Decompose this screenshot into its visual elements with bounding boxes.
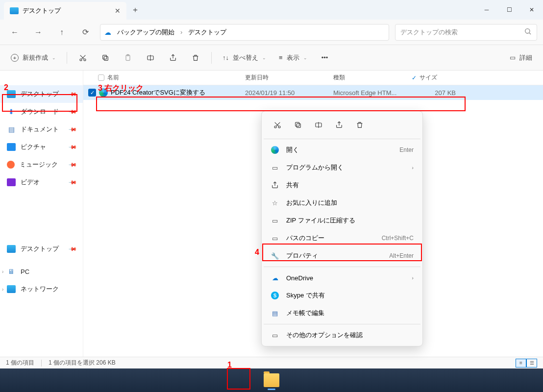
pin-icon[interactable]: 📌 (68, 244, 77, 253)
sidebar-item-documents[interactable]: ▤ ドキュメント 📌 (0, 121, 83, 138)
chevron-right-icon[interactable]: › (2, 287, 3, 292)
pin-icon[interactable]: 📌 (68, 89, 77, 98)
ctx-open[interactable]: 開く Enter (264, 141, 420, 159)
view-switcher: ≡ ☰ (516, 359, 537, 368)
list-icon: ≡ (279, 54, 283, 61)
ctx-share[interactable]: 共有 (264, 176, 420, 194)
ctx-rename-button[interactable] (309, 116, 328, 134)
pin-icon[interactable]: 📌 (68, 142, 77, 151)
maximize-button[interactable]: ☐ (498, 0, 520, 20)
explorer-taskbar-button[interactable] (264, 373, 279, 387)
breadcrumb[interactable]: ☁ バックアップの開始 › デスクトップ (100, 24, 389, 41)
document-icon: ▤ (7, 125, 16, 133)
sidebar-item-pictures[interactable]: ピクチャ 📌 (0, 138, 83, 156)
zip-icon: ▭ (271, 217, 279, 224)
checkbox-checked-icon[interactable]: ✓ (88, 89, 96, 97)
new-button[interactable]: + 新規作成 ⌄ (6, 49, 61, 67)
ctx-open-with[interactable]: ▭ プログラムから開く › (264, 159, 420, 176)
back-button[interactable]: ← (6, 24, 24, 41)
separator (67, 52, 67, 64)
pin-icon[interactable]: 📌 (68, 160, 77, 169)
sidebar-item-network[interactable]: › ネットワーク (0, 280, 83, 298)
breadcrumb-backup[interactable]: バックアップの開始 (117, 28, 174, 37)
separator (211, 52, 212, 64)
details-view-button[interactable]: ☰ (526, 359, 537, 368)
ctx-copy-button[interactable] (288, 116, 308, 134)
rename-button[interactable] (141, 49, 160, 67)
up-button[interactable]: ↑ (53, 24, 71, 41)
close-button[interactable]: ✕ (520, 0, 543, 20)
navbar: ← → ↑ ⟳ ☁ バックアップの開始 › デスクトップ デスクトップの検索 (0, 20, 543, 45)
forward-button[interactable]: → (29, 24, 47, 41)
sidebar-item-pc[interactable]: › 🖥 PC (0, 263, 83, 280)
pin-icon[interactable]: 📌 (68, 107, 77, 116)
ctx-delete-button[interactable] (350, 116, 370, 134)
column-date[interactable]: 更新日時 (245, 74, 333, 82)
view-button[interactable]: ≡ 表示 ⌄ (274, 49, 312, 67)
sidebar-item-music[interactable]: ミュージック 📌 (0, 156, 83, 173)
search-input[interactable]: デスクトップの検索 (395, 24, 537, 41)
sidebar-item-downloads[interactable]: ⬇ ダウンロード 📌 (0, 103, 83, 121)
edge-icon (99, 88, 108, 97)
context-menu: 開く Enter ▭ プログラムから開く › 共有 ☆ お気に入りに追加 ▭ Z… (261, 111, 423, 346)
share-icon (271, 181, 279, 189)
desktop-icon (7, 90, 16, 98)
sidebar-item-videos[interactable]: ビデオ 📌 (0, 173, 83, 191)
delete-button[interactable] (186, 49, 205, 67)
minimize-button[interactable]: ─ (475, 0, 498, 20)
column-size[interactable]: ✓サイズ (412, 74, 456, 82)
svg-line-1 (529, 33, 531, 34)
desktop-icon (7, 245, 16, 253)
file-type: Microsoft Edge HTM... (333, 89, 417, 97)
file-row[interactable]: ✓ PDF24 CreatorでSVGに変換する 2024/01/19 11:5… (83, 85, 543, 100)
ctx-onedrive[interactable]: ☁ OneDrive › (264, 269, 420, 287)
titlebar: デスクトップ ✕ ＋ ─ ☐ ✕ (0, 0, 543, 20)
statusbar: 1 個の項目 1 個の項目を選択 206 KB ≡ ☰ (0, 357, 543, 368)
pin-icon[interactable]: 📌 (68, 177, 77, 187)
refresh-button[interactable]: ⟳ (76, 24, 94, 41)
more-button[interactable]: ••• (315, 49, 335, 67)
ctx-notepad[interactable]: ▤ メモ帳で編集 (264, 304, 420, 322)
star-icon: ☆ (271, 199, 279, 207)
pin-icon[interactable]: 📌 (68, 124, 77, 134)
new-tab-button[interactable]: ＋ (126, 0, 144, 20)
sort-button[interactable]: ↑↓ 並べ替え ⌄ (218, 49, 271, 67)
column-headers: 名前 更新日時 種類 ✓サイズ (83, 71, 543, 85)
share-button[interactable] (163, 49, 183, 67)
network-icon (7, 285, 16, 293)
sort-icon: ↑↓ (222, 54, 229, 61)
ctx-cut-button[interactable] (268, 116, 287, 134)
grid-view-button[interactable]: ≡ (516, 359, 526, 368)
ctx-skype[interactable]: S Skype で共有 (264, 287, 420, 304)
details-button[interactable]: ▭ 詳細 (505, 49, 537, 67)
tab-title: デスクトップ (23, 6, 61, 15)
chevron-right-icon[interactable]: › (2, 269, 3, 274)
svg-point-0 (525, 29, 530, 33)
cut-button[interactable] (73, 49, 93, 67)
cloud-icon: ☁ (104, 28, 111, 36)
search-icon (524, 27, 532, 37)
ctx-properties[interactable]: 🔧 プロパティ Alt+Enter (264, 247, 420, 265)
window-controls: ─ ☐ ✕ (475, 0, 543, 20)
ctx-more-options[interactable]: ▭ その他のオプションを確認 (264, 326, 420, 344)
ctx-favorite[interactable]: ☆ お気に入りに追加 (264, 194, 420, 212)
copy-button[interactable] (96, 49, 115, 67)
item-count: 1 個の項目 (6, 359, 34, 367)
sidebar-item-desktop[interactable]: デスクトップ 📌 (0, 85, 83, 103)
column-name[interactable]: 名前 (98, 74, 245, 82)
paste-button[interactable] (118, 49, 138, 67)
close-tab-icon[interactable]: ✕ (115, 7, 121, 15)
taskbar (0, 368, 543, 392)
column-type[interactable]: 種類 (333, 74, 412, 82)
sidebar-item-desktop2[interactable]: デスクトップ 📌 (0, 240, 83, 258)
svg-rect-18 (296, 122, 299, 126)
tab-desktop[interactable]: デスクトップ ✕ (4, 2, 126, 20)
search-placeholder: デスクトップの検索 (400, 28, 458, 37)
chevron-down-icon: ⌄ (52, 55, 56, 60)
ctx-share-button[interactable] (329, 116, 349, 134)
onedrive-icon: ☁ (271, 274, 279, 282)
breadcrumb-location[interactable]: デスクトップ (188, 28, 226, 37)
chevron-right-icon: › (412, 275, 414, 281)
ctx-zip[interactable]: ▭ ZIP ファイルに圧縮する (264, 212, 420, 229)
ctx-copy-path[interactable]: ▭ パスのコピー Ctrl+Shift+C (264, 229, 420, 247)
